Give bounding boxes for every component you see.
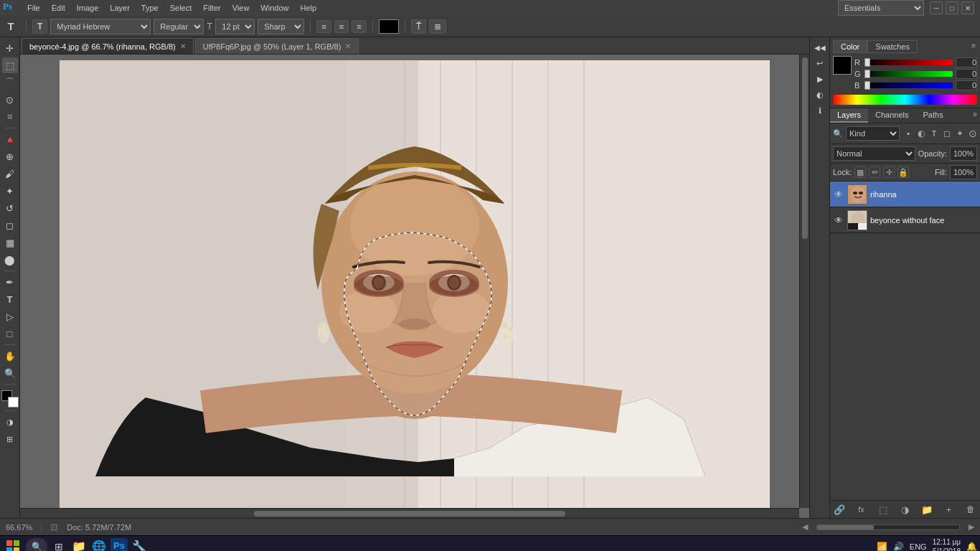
- text-orientation-btn[interactable]: T: [32, 19, 47, 34]
- layer-visibility-rihanna[interactable]: 👁: [833, 189, 844, 200]
- stamp-tool[interactable]: ✦: [2, 183, 18, 199]
- layer-new-icon[interactable]: +: [943, 503, 956, 516]
- taskbar-search[interactable]: 🔍: [26, 538, 47, 552]
- filter-adjust-icon[interactable]: ◐: [915, 128, 927, 139]
- background-color[interactable]: [8, 397, 19, 408]
- eraser-tool[interactable]: ◻: [2, 217, 18, 233]
- layer-adjustment-icon[interactable]: ◑: [899, 503, 912, 516]
- menu-window[interactable]: Window: [255, 2, 294, 14]
- volume-icon[interactable]: 🔊: [893, 542, 904, 552]
- align-right-btn[interactable]: ≡: [352, 20, 366, 33]
- pen-tool[interactable]: ✒: [2, 274, 18, 290]
- lock-position-icon[interactable]: ✛: [883, 166, 895, 178]
- tab-ufp[interactable]: UfP8Fq6P.jpg @ 50% (Layer 1, RGB/8) ✕: [195, 38, 359, 54]
- r-slider[interactable]: [864, 60, 953, 65]
- menu-view[interactable]: View: [227, 2, 255, 14]
- info-btn[interactable]: ℹ: [813, 103, 827, 118]
- layer-item-beyonce[interactable]: 👁 beyonce without face: [830, 207, 980, 233]
- color-spectrum[interactable]: [833, 95, 977, 105]
- h-scroll-status[interactable]: [816, 524, 960, 530]
- path-select-tool[interactable]: ▷: [2, 309, 18, 324]
- tab-close-1[interactable]: ✕: [180, 42, 186, 50]
- layer-group-icon[interactable]: 📁: [920, 503, 933, 516]
- blend-mode-select[interactable]: Normal: [833, 146, 915, 161]
- start-button[interactable]: [3, 537, 23, 552]
- warp-text-btn[interactable]: T̃: [411, 19, 426, 34]
- zoom-tool[interactable]: 🔍: [2, 365, 18, 381]
- heal-tool[interactable]: ⊕: [2, 149, 18, 164]
- b-slider[interactable]: [864, 83, 953, 88]
- horizontal-scrollbar[interactable]: [20, 508, 799, 518]
- maximize-button[interactable]: □: [946, 1, 958, 14]
- channels-tab[interactable]: Channels: [868, 108, 915, 123]
- canvas-image[interactable]: [60, 60, 770, 512]
- filter-shape-icon[interactable]: ◻: [941, 128, 953, 139]
- quick-select-tool[interactable]: ⊙: [2, 92, 18, 108]
- essentials-dropdown[interactable]: Essentials: [838, 0, 924, 16]
- layers-tab[interactable]: Layers: [830, 108, 868, 123]
- g-value-input[interactable]: 0: [956, 69, 977, 79]
- r-slider-thumb[interactable]: [864, 58, 870, 67]
- color-picker[interactable]: [1, 390, 19, 408]
- system-clock[interactable]: 12:11 μμ 5/1/2018: [933, 537, 961, 552]
- layer-item-rihanna[interactable]: 👁 rihanna: [830, 182, 980, 207]
- type-tool[interactable]: T: [2, 291, 18, 307]
- collapse-panels-btn[interactable]: ◀◀: [813, 40, 827, 55]
- close-button[interactable]: ✕: [961, 1, 974, 14]
- lock-all-icon[interactable]: 🔒: [897, 166, 909, 178]
- layer-kind-select[interactable]: Kind: [846, 126, 900, 141]
- layer-link-icon[interactable]: 🔗: [833, 503, 846, 516]
- taskbar-taskview[interactable]: ⊞: [50, 538, 67, 552]
- quick-mask-btn[interactable]: ◑: [2, 414, 18, 430]
- font-size-select[interactable]: 12 pt: [215, 19, 255, 34]
- hand-tool[interactable]: ✋: [2, 348, 18, 364]
- menu-edit[interactable]: Edit: [46, 2, 71, 14]
- brush-tool[interactable]: 🖌: [2, 166, 18, 182]
- notification-icon[interactable]: 🔔: [966, 542, 977, 552]
- dodge-tool[interactable]: ⬤: [2, 252, 18, 268]
- move-tool[interactable]: ✛: [2, 40, 18, 56]
- history-brush-tool[interactable]: ↺: [2, 200, 18, 216]
- tab-color[interactable]: Color: [833, 40, 867, 53]
- opacity-input[interactable]: 100%: [950, 146, 977, 161]
- taskbar-chrome[interactable]: 🌐: [90, 538, 108, 552]
- lasso-tool[interactable]: ⌒: [2, 75, 18, 90]
- r-value-input[interactable]: 0: [956, 57, 977, 67]
- eyedropper-tool[interactable]: 🔺: [2, 131, 18, 147]
- tab-swatches[interactable]: Swatches: [867, 40, 918, 53]
- color-preview-swatch[interactable]: [833, 56, 852, 75]
- layer-fx-icon[interactable]: fx: [855, 503, 868, 516]
- language-indicator[interactable]: ENG: [910, 542, 927, 551]
- menu-select[interactable]: Select: [164, 2, 198, 14]
- filter-smart-icon[interactable]: ✦: [954, 128, 966, 139]
- menu-type[interactable]: Type: [136, 2, 164, 14]
- minimize-button[interactable]: ─: [930, 1, 943, 14]
- type-tool-icon[interactable]: T: [3, 19, 19, 34]
- layer-visibility-beyonce[interactable]: 👁: [833, 215, 844, 226]
- shape-tool[interactable]: □: [2, 326, 18, 342]
- status-icon[interactable]: 🖼: [50, 523, 58, 532]
- font-style-select[interactable]: Regular: [154, 19, 204, 34]
- menu-filter[interactable]: Filter: [197, 2, 226, 14]
- tab-close-2[interactable]: ✕: [345, 42, 351, 50]
- adjustments-btn[interactable]: ◐: [813, 88, 827, 102]
- lock-pixels-icon[interactable]: ✏: [869, 166, 880, 178]
- g-slider-thumb[interactable]: [864, 70, 870, 78]
- taskbar-photoshop[interactable]: Ps: [110, 538, 128, 552]
- menu-image[interactable]: Image: [71, 2, 105, 14]
- filter-type-icon[interactable]: T: [928, 128, 940, 139]
- taskbar-explorer[interactable]: 📁: [70, 538, 88, 552]
- align-center-btn[interactable]: ≡: [334, 20, 349, 33]
- paths-tab[interactable]: Paths: [916, 108, 951, 123]
- scroll-right-btn[interactable]: ▶: [969, 522, 974, 532]
- crop-tool[interactable]: ⌗: [2, 109, 18, 125]
- vertical-scrollbar[interactable]: [799, 55, 809, 508]
- selection-tool[interactable]: ⬚: [2, 57, 18, 73]
- screen-mode-btn[interactable]: ⊞: [2, 431, 18, 447]
- b-slider-thumb[interactable]: [864, 81, 870, 90]
- filter-toggle[interactable]: ⊙: [969, 128, 977, 139]
- menu-file[interactable]: File: [22, 2, 46, 14]
- network-icon[interactable]: 📶: [877, 542, 887, 552]
- menu-layer[interactable]: Layer: [104, 2, 136, 14]
- anti-alias-select[interactable]: Sharp: [258, 19, 304, 34]
